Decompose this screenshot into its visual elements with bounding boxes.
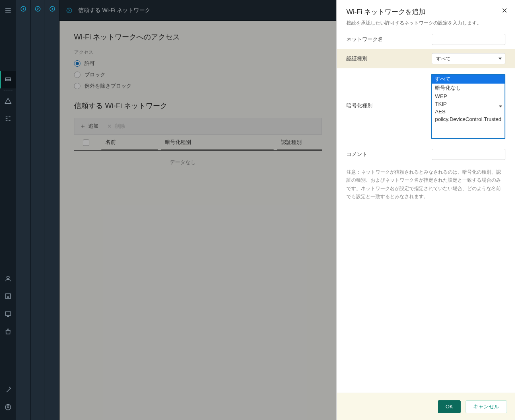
nav-item-reports[interactable] [0,287,16,305]
label-comment: コメント [346,151,427,158]
label-enc-type: 暗号化種別 [346,74,426,109]
row-auth-type: 認証種別 すべて [337,49,515,68]
add-label: 追加 [88,123,99,130]
enc-option[interactable]: WEP [432,92,505,100]
radio-icon [74,60,80,67]
auth-type-select[interactable]: すべて [432,53,505,64]
section-trusted-title: 信頼する Wi-Fi ネットワーク [74,101,322,111]
breadcrumb-col-1[interactable] [16,0,31,420]
svg-point-9 [67,8,72,13]
radio-icon [74,83,80,89]
chevron-right-icon[interactable] [19,4,28,14]
drawer-header: Wi-Fi ネットワークを追加 接続を承認したい許可するネットワークの設定を入力… [337,0,515,30]
svg-point-7 [35,6,40,11]
drawer-title: Wi-Fi ネットワークを追加 [346,7,505,16]
ok-button[interactable]: OK [438,400,461,413]
table-empty-text: データなし [74,151,291,166]
radio-label: 許可 [84,60,95,67]
nav-item-users[interactable] [0,270,16,287]
menu-toggle-button[interactable] [0,2,16,18]
enc-option[interactable]: すべて [432,75,505,84]
chevron-right-icon[interactable] [47,4,57,14]
row-enc-type: 暗号化種別 すべて暗号化なしWEPTKIPAESpolicy.DeviceCon… [337,68,515,145]
nav-item-store[interactable] [0,323,16,340]
network-name-input[interactable] [432,34,505,45]
row-network-name: ネットワーク名 [337,30,515,49]
checkbox-icon[interactable] [83,139,89,146]
trusted-toolbar: 追加 削除 [74,118,322,135]
svg-rect-3 [5,312,11,316]
enc-option[interactable]: 暗号化なし [432,84,505,92]
radio-allow[interactable]: 許可 [74,60,322,67]
plus-icon [80,123,86,129]
col-name[interactable]: 名前 [101,135,158,150]
close-icon [501,7,508,14]
enc-option[interactable]: policy.DeviceControl.Trusted [432,115,505,123]
label-auth-type: 認証種別 [346,55,427,62]
page-title: 信頼する Wi-Fi ネットワーク [78,7,150,14]
access-label: アクセス [74,49,322,56]
svg-point-6 [21,6,26,11]
nav-item-endpoints[interactable] [0,305,16,323]
add-button[interactable]: 追加 [80,123,99,130]
radio-block-except[interactable]: 例外を除きブロック [74,82,322,90]
drawer-body: ネットワーク名 認証種別 すべて 暗号化種別 すべて暗号化なしWEPTKIPAE… [337,30,515,393]
nav-item-alerts[interactable] [0,92,16,110]
radio-block[interactable]: ブロック [74,71,322,78]
auth-type-value: すべて [436,55,451,62]
main-header: 信頼する Wi-Fi ネットワーク [60,0,336,21]
breadcrumb-col-3[interactable] [45,0,60,420]
content-area: Wi-Fi ネットワークへのアクセス アクセス 許可 ブロック 例外を除きブロッ… [60,21,336,420]
col-checkbox[interactable] [74,139,98,146]
nav-item-hierarchy[interactable] [0,110,16,127]
close-icon [107,123,112,129]
access-radio-group: 許可 ブロック 例外を除きブロック [74,60,322,90]
nav-item-account[interactable] [0,398,16,416]
chevron-right-icon[interactable] [64,6,74,15]
close-button[interactable] [500,6,509,15]
drawer-footer: OK キャンセル [337,393,515,420]
label-network-name: ネットワーク名 [346,36,427,43]
left-nav-rail [0,0,16,420]
add-wifi-drawer: Wi-Fi ネットワークを追加 接続を承認したい許可するネットワークの設定を入力… [336,0,515,420]
trusted-table-header: 名前 暗号化種別 認証種別 [74,135,322,151]
enc-type-listbox[interactable]: すべて暗号化なしWEPTKIPAESpolicy.DeviceControl.T… [431,74,505,139]
nav-item-devices[interactable] [0,71,16,88]
delete-button: 削除 [107,123,125,130]
radio-label: 例外を除きブロック [84,82,132,90]
chevron-right-icon[interactable] [33,4,43,14]
delete-label: 削除 [115,123,125,130]
radio-label: ブロック [84,71,105,78]
main-panel: 信頼する Wi-Fi ネットワーク Wi-Fi ネットワークへのアクセス アクセ… [60,0,336,420]
col-authentication[interactable]: 認証種別 [277,135,322,150]
col-encryption[interactable]: 暗号化種別 [161,135,274,150]
section-access-title: Wi-Fi ネットワークへのアクセス [74,32,322,42]
drawer-subtitle: 接続を承認したい許可するネットワークの設定を入力します。 [346,20,505,27]
svg-point-1 [7,276,9,279]
enc-option[interactable]: TKIP [432,100,505,108]
svg-point-5 [7,406,9,408]
radio-icon [74,72,80,78]
cancel-button[interactable]: キャンセル [466,400,507,413]
enc-option[interactable]: AES [432,108,505,115]
breadcrumb-collapsed-columns [16,0,60,420]
breadcrumb-col-2[interactable] [31,0,45,420]
row-comment: コメント [337,145,515,164]
comment-input[interactable] [432,149,505,160]
drawer-note-text: 注意：ネットワークが信頼されるとみなされるのは、暗号化の種別、認証の種別、および… [337,164,515,205]
nav-item-settings[interactable] [0,381,16,398]
svg-point-8 [50,6,55,11]
